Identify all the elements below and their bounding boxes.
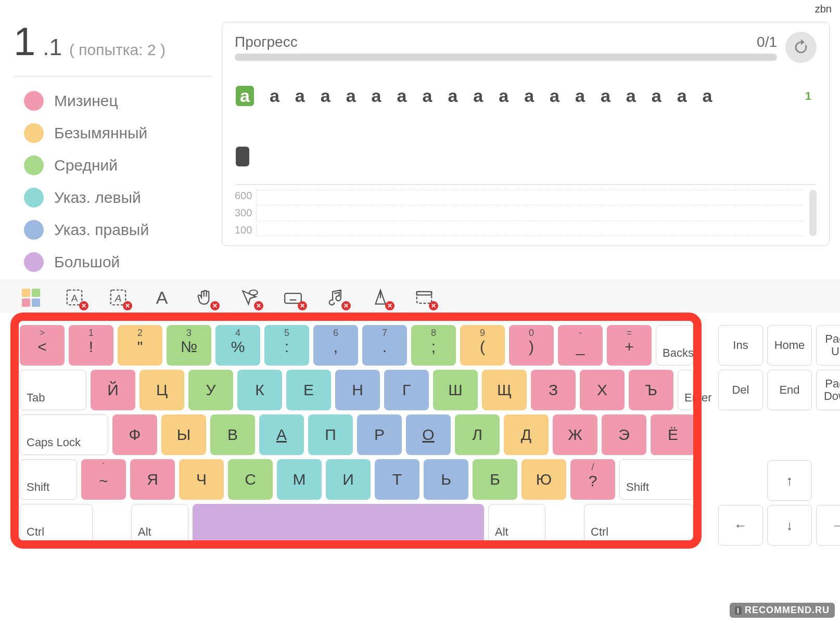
key[interactable]: Р [357,414,402,455]
music-note-icon[interactable]: ✕ [327,288,347,307]
key[interactable]: З [531,370,576,410]
typing-char: а [703,86,712,106]
key[interactable]: Ю [521,459,566,500]
key-arrow-left[interactable]: ← [718,505,763,546]
progress-value: 0/1 [757,34,777,50]
finger-dot [24,91,44,111]
metronome-icon[interactable]: ✕ [371,288,390,307]
key[interactable]: Д [504,414,549,455]
typing-char: а [372,86,381,106]
key[interactable]: /? [570,459,615,500]
key-pgdn[interactable]: Page Down [816,370,840,410]
keyboard-icon[interactable]: ✕ [283,288,303,307]
key[interactable]: П [308,414,353,455]
finger-label: Безымянный [54,124,147,142]
reload-button[interactable] [785,32,817,63]
key-ins[interactable]: Ins [718,325,763,366]
key[interactable]: И [326,459,371,500]
disabled-badge-icon: ✕ [210,301,220,310]
typing-char: а [524,86,534,106]
key[interactable]: Ф [112,414,157,455]
key[interactable]: Л [455,414,500,455]
key[interactable]: Е [286,370,331,410]
window-icon[interactable]: ✕ [414,288,434,307]
exercise-panel: Прогресс 0/1 ааааааааааааааааааа 1 600 [222,22,830,246]
key[interactable]: Ь [424,459,468,500]
nav-keyboard: Ins Home Page Up Del End Page Down ↑ ← ↓… [718,325,840,546]
key[interactable]: Ы [161,414,206,455]
key[interactable]: Т [375,459,419,500]
key[interactable]: 8; [411,325,456,366]
key[interactable]: Б [473,459,517,500]
key[interactable]: О [406,414,451,455]
key[interactable]: 6, [313,325,358,366]
disabled-badge-icon: ✕ [385,301,394,310]
key-arrow-up[interactable]: ↑ [767,460,812,501]
key[interactable]: `~ [81,459,126,500]
typing-char: а [236,86,254,106]
lesson-title: 1.1 ( попытка: 2 ) [14,22,211,76]
key-home[interactable]: Home [767,325,812,366]
disabled-badge-icon: ✕ [79,301,88,310]
finger-dot [24,155,44,175]
key-caps-lock[interactable]: Caps Lock [20,414,108,455]
key[interactable]: Й [91,370,135,410]
key[interactable]: Ё [651,414,695,455]
key[interactable]: 7. [362,325,407,366]
key[interactable]: Н [335,370,380,410]
key[interactable]: 3№ [167,325,211,366]
typing-char: а [397,86,407,106]
key[interactable]: Ш [433,370,478,410]
key[interactable]: К [237,370,282,410]
key[interactable]: 5: [264,325,309,366]
key-tab[interactable]: Tab [20,370,86,410]
main-keyboard: ><1!2"3№4%5:6,7.8;9(0)-_=+BackspTabЙЦУКЕ… [20,325,695,546]
color-grid-icon[interactable] [21,288,41,307]
key[interactable]: Ж [553,414,597,455]
finger-dot [24,123,44,143]
key[interactable]: 1! [69,325,113,366]
key-shift[interactable]: Shift [619,459,693,500]
key-arrow-down[interactable]: ↓ [767,505,812,546]
svg-text:A: A [71,293,78,304]
cursor-eye-icon[interactable]: ✕ [239,288,259,307]
key-del[interactable]: Del [718,370,763,410]
key[interactable]: А [259,414,304,455]
key-end[interactable]: End [767,370,812,410]
key-ctrl[interactable]: Ctrl [20,504,93,544]
key[interactable]: Х [580,370,625,410]
finger-dot [24,188,44,207]
key-arrow-right[interactable]: → [816,505,840,546]
key[interactable]: Э [602,414,646,455]
key[interactable]: В [210,414,255,455]
key-alt[interactable]: Alt [131,504,188,544]
key-shift[interactable]: Shift [20,459,77,500]
key[interactable]: Я [130,459,175,500]
key-alt[interactable]: Alt [488,504,545,544]
hand-icon[interactable]: ✕ [196,288,215,307]
key[interactable]: Г [384,370,429,410]
key[interactable]: С [228,459,273,500]
key[interactable]: 0) [509,325,554,366]
letter-a-icon[interactable]: A [152,288,172,307]
key-enter[interactable]: Enter [678,370,693,410]
key-pgup[interactable]: Page Up [816,325,840,366]
key-ctrl[interactable]: Ctrl [584,504,693,544]
key[interactable]: Ъ [629,370,673,410]
key[interactable]: Щ [482,370,527,410]
letter-box-b-icon[interactable]: A✕ [108,288,128,307]
key-backsp[interactable]: Backsp [656,325,693,366]
speed-scrollbar[interactable] [809,190,817,236]
key-space[interactable] [193,504,484,544]
key[interactable]: 4% [215,325,260,366]
key[interactable]: -_ [558,325,603,366]
key[interactable]: Ч [179,459,224,500]
key[interactable]: >< [20,325,65,366]
letter-box-a-icon[interactable]: A✕ [65,288,84,307]
key[interactable]: =+ [607,325,652,366]
key[interactable]: У [188,370,233,410]
key[interactable]: 9( [460,325,505,366]
key[interactable]: М [277,459,322,500]
key[interactable]: 2" [118,325,162,366]
key[interactable]: Ц [139,370,184,410]
